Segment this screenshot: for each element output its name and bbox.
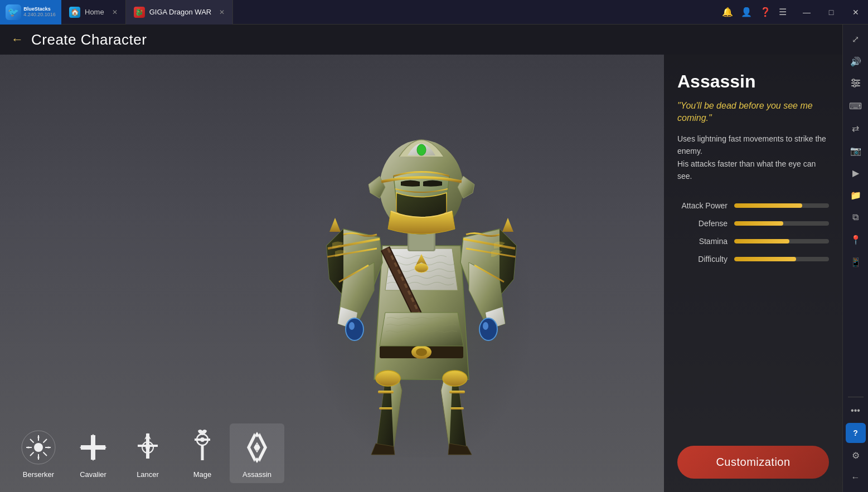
taskbar: 🐦 BlueStacks 4.240.20.1016 🏠 Home ✕ 🐉 GI… [0,0,868,25]
svg-rect-3 [449,391,465,393]
taskbar-system-icons: 🔔 👤 ❓ ☰ [714,7,794,17]
sidebar-keyboard-icon[interactable]: ⌨ [846,96,866,116]
stat-row-difficulty: Difficulty [677,255,829,264]
sidebar-folder-icon[interactable]: 📁 [846,185,866,205]
tab-home-label: Home [85,8,104,16]
svg-line-29 [43,439,47,443]
sidebar-video-icon[interactable]: ▶ [846,163,866,183]
character-svg [288,90,555,457]
help-icon[interactable]: ❓ [760,7,771,17]
game-tab-icon: 🐉 [134,7,145,18]
sidebar-help-icon[interactable]: ? [846,423,866,443]
svg-rect-4 [450,407,464,410]
stat-bar-fill-defense [734,221,783,226]
home-tab-icon: 🏠 [69,7,80,18]
svg-point-19 [417,144,426,155]
svg-point-14 [483,322,488,330]
stat-bar-bg-defense [734,221,829,226]
sidebar-divider [848,397,864,397]
svg-point-43 [146,445,150,450]
stats-section: Attack Power Defense Stamina [677,201,829,264]
sidebar-switch-icon[interactable]: ⇄ [846,118,866,138]
berserker-label: Berserker [23,470,54,479]
tab-game-close[interactable]: ✕ [219,8,225,16]
window-controls: — □ ✕ [794,0,868,25]
stat-bar-bg-attack [734,203,829,208]
stat-label-stamina: Stamina [677,237,728,246]
class-item-berserker[interactable]: Berserker [11,423,66,483]
stat-bar-fill-attack [734,203,802,208]
class-item-assassin[interactable]: Assassin [230,423,284,483]
info-panel: Assassin "You'll be dead before you see … [664,55,842,492]
assassin-label: Assassin [243,470,271,479]
character-figure [288,90,555,457]
class-name: Assassin [677,71,829,92]
close-button[interactable]: ✕ [843,0,868,25]
svg-rect-44 [201,445,204,460]
maximize-button[interactable]: □ [819,0,843,25]
svg-point-6 [415,264,428,272]
svg-rect-47 [195,439,210,441]
tab-home[interactable]: 🏠 Home ✕ [61,0,126,25]
stat-bar-fill-stamina [734,239,789,243]
class-quote: "You'll be dead before you see me coming… [677,100,829,125]
bluestacks-sidebar: ⤢ 🔊 ⌨ ⇄ 📷 ▶ 📁 ⧉ 📍 📱 ••• ? ⚙ ← [842,25,868,492]
svg-point-9 [416,348,427,356]
mage-label: Mage [193,470,212,479]
back-button[interactable]: ← [11,32,23,47]
main-area: ← Create Character [0,25,868,492]
sidebar-phone-icon[interactable]: 📱 [846,252,866,272]
svg-point-20 [376,371,400,386]
sidebar-more-icon[interactable]: ••• [846,401,866,421]
stat-label-attack: Attack Power [677,201,728,210]
tab-game-label: GIGA Dragon WAR [149,8,212,16]
lancer-label: Lancer [137,470,159,479]
minimize-button[interactable]: — [794,0,819,25]
class-item-lancer[interactable]: Lancer [120,423,175,483]
bluestacks-icon: 🐦 [6,4,21,20]
account-icon[interactable]: 👤 [741,7,752,17]
berserker-icon [19,428,58,467]
svg-point-23 [34,443,43,452]
svg-point-34 [90,444,96,451]
class-item-mage[interactable]: Mage [175,423,230,483]
customization-button[interactable]: Customization [677,446,829,479]
sidebar-screenshot-icon[interactable]: 📷 [846,140,866,160]
sidebar-controls-icon[interactable] [846,74,866,94]
svg-point-56 [856,82,859,84]
sidebar-settings-icon[interactable]: ⚙ [846,445,866,465]
bluestacks-version: 4.240.20.1016 [23,12,56,18]
stat-bar-fill-difficulty [734,257,796,261]
notification-icon[interactable]: 🔔 [722,7,733,17]
class-description: Uses lightning fast movements to strike … [677,133,829,183]
stats-spacer [677,271,829,438]
page-title: Create Character [31,31,147,48]
svg-point-55 [852,79,855,81]
sidebar-back-icon[interactable]: ← [846,467,866,488]
class-item-cavalier[interactable]: Cavalier [66,423,120,483]
mage-icon [183,428,222,467]
cavalier-label: Cavalier [80,470,106,479]
svg-point-11 [349,322,355,330]
lancer-icon [128,428,167,467]
tab-home-close[interactable]: ✕ [112,8,118,16]
sidebar-expand-icon[interactable]: ⤢ [846,29,866,49]
svg-point-57 [854,85,856,87]
assassin-icon [237,428,277,467]
sidebar-copy-icon[interactable]: ⧉ [846,207,866,227]
cavalier-icon [74,428,113,467]
stat-label-defense: Defense [677,219,728,228]
game-header: ← Create Character [0,25,842,55]
svg-line-28 [30,439,34,443]
class-selection-bar: Berserker [0,418,295,492]
bluestacks-logo: 🐦 BlueStacks 4.240.20.1016 [0,0,61,25]
stat-bar-bg-stamina [734,239,829,243]
sidebar-volume-icon[interactable]: 🔊 [846,51,866,71]
stat-row-defense: Defense [677,219,829,228]
svg-line-30 [30,452,34,456]
stat-row-stamina: Stamina [677,237,829,246]
tab-game[interactable]: 🐉 GIGA Dragon WAR ✕ [126,0,234,25]
stat-row-attack: Attack Power [677,201,829,210]
menu-icon[interactable]: ☰ [779,7,787,17]
sidebar-location-icon[interactable]: 📍 [846,230,866,250]
